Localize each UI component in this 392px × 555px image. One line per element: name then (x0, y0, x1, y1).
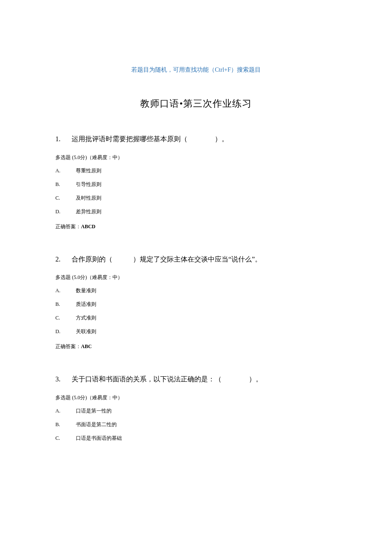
option-text: 方式准则 (76, 315, 96, 321)
question-difficulty: （难易度：中） (87, 395, 123, 401)
answer-label: 正确答案： (55, 224, 81, 230)
question-type: 多选题 (5.0分) (55, 154, 87, 160)
option-letter: B. (55, 301, 76, 308)
question-block: 3.关于口语和书面语的关系，以下说法正确的是：（ ）。 多选题 (5.0分)（难… (55, 374, 337, 442)
answer-line: 正确答案：ABC (55, 343, 337, 350)
question-difficulty: （难易度：中） (87, 274, 123, 280)
page-title: 教师口语•第三次作业练习 (55, 97, 337, 110)
option-text: 口语是第一性的 (76, 408, 112, 414)
answer-value: ABCD (81, 224, 95, 230)
options-list: A.数量准则 B.质适准则 C.方式准则 D.关联准则 (55, 287, 337, 335)
answer-value: ABC (81, 343, 92, 349)
option-text: 及时性原则 (76, 195, 101, 201)
option-item: A.数量准则 (55, 287, 337, 294)
question-text: 合作原则的（ ）规定了交际主体在交谈中应当“说什么”。 (72, 256, 262, 263)
option-text: 口语是书面语的基础 (76, 435, 122, 441)
question-text: 运用批评语时需要把握哪些基本原则（ ）。 (72, 135, 228, 142)
search-hint: 若题目为随机，可用查找功能（Ctrl+F）搜索题目 (55, 66, 337, 74)
option-item: C.及时性原则 (55, 195, 337, 202)
question-type: 多选题 (5.0分) (55, 395, 87, 401)
option-item: B.书面语是第二性的 (55, 421, 337, 428)
option-item: C.口语是书面语的基础 (55, 435, 337, 442)
question-stem: 1.运用批评语时需要把握哪些基本原则（ ）。 (55, 134, 337, 145)
option-item: D.关联准则 (55, 328, 337, 335)
option-text: 引导性原则 (76, 181, 101, 187)
option-letter: B. (55, 181, 76, 188)
question-block: 2.合作原则的（ ）规定了交际主体在交谈中应当“说什么”。 多选题 (5.0分)… (55, 254, 337, 351)
option-text: 质适准则 (76, 301, 96, 307)
option-text: 书面语是第二性的 (76, 421, 117, 427)
option-item: A.口语是第一性的 (55, 407, 337, 415)
option-item: D.差异性原则 (55, 208, 337, 215)
answer-label: 正确答案： (55, 343, 81, 349)
option-item: C.方式准则 (55, 314, 337, 322)
question-stem: 3.关于口语和书面语的关系，以下说法正确的是：（ ）。 (55, 374, 337, 385)
question-number: 3. (55, 374, 72, 385)
option-letter: C. (55, 315, 76, 321)
option-letter: C. (55, 435, 76, 442)
option-text: 关联准则 (76, 328, 96, 334)
option-item: B.质适准则 (55, 301, 337, 308)
options-list: A.尊重性原则 B.引导性原则 C.及时性原则 D.差异性原则 (55, 167, 337, 215)
options-list: A.口语是第一性的 B.书面语是第二性的 C.口语是书面语的基础 (55, 407, 337, 442)
question-difficulty: （难易度：中） (87, 154, 123, 160)
option-letter: D. (55, 328, 76, 335)
question-number: 2. (55, 254, 72, 265)
question-type: 多选题 (5.0分) (55, 274, 87, 280)
option-letter: D. (55, 209, 76, 215)
question-number: 1. (55, 134, 72, 145)
question-text: 关于口语和书面语的关系，以下说法正确的是：（ ）。 (72, 375, 262, 383)
option-text: 差异性原则 (76, 209, 101, 215)
option-letter: B. (55, 421, 76, 428)
option-letter: C. (55, 195, 76, 201)
option-text: 数量准则 (76, 288, 96, 293)
question-meta: 多选题 (5.0分)（难易度：中） (55, 274, 337, 281)
option-text: 尊重性原则 (76, 168, 101, 174)
question-meta: 多选题 (5.0分)（难易度：中） (55, 394, 337, 401)
option-letter: A. (55, 168, 76, 174)
option-letter: A. (55, 288, 76, 294)
question-block: 1.运用批评语时需要把握哪些基本原则（ ）。 多选题 (5.0分)（难易度：中）… (55, 134, 337, 230)
question-meta: 多选题 (5.0分)（难易度：中） (55, 154, 337, 161)
option-item: A.尊重性原则 (55, 167, 337, 174)
option-item: B.引导性原则 (55, 181, 337, 188)
option-letter: A. (55, 408, 76, 414)
answer-line: 正确答案：ABCD (55, 223, 337, 230)
question-stem: 2.合作原则的（ ）规定了交际主体在交谈中应当“说什么”。 (55, 254, 337, 265)
